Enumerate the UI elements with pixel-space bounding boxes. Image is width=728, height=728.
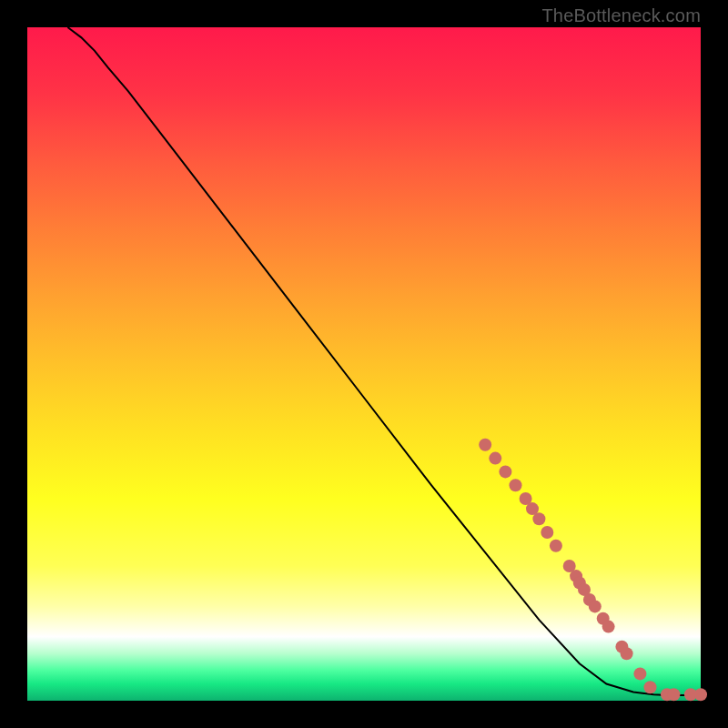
data-marker bbox=[621, 647, 633, 660]
data-marker bbox=[510, 479, 522, 491]
data-marker bbox=[589, 600, 602, 612]
data-marker bbox=[550, 540, 562, 552]
chart-frame: TheBottleneck.com bbox=[0, 0, 728, 728]
data-marker bbox=[499, 465, 511, 478]
data-marker bbox=[644, 681, 657, 693]
data-marker bbox=[633, 667, 646, 680]
data-marker bbox=[667, 688, 680, 701]
data-marker bbox=[479, 439, 491, 451]
data-marker bbox=[694, 688, 707, 701]
data-marker bbox=[602, 621, 615, 633]
data-marker bbox=[489, 452, 501, 465]
chart-canvas bbox=[0, 0, 728, 728]
data-marker bbox=[541, 526, 553, 539]
data-marker bbox=[532, 512, 545, 525]
plot-area bbox=[27, 27, 701, 701]
